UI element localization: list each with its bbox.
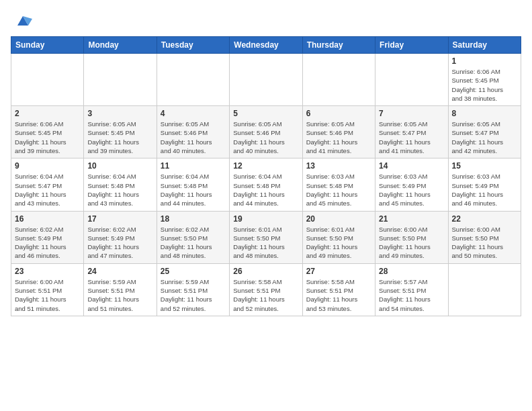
day-info: Sunrise: 6:05 AM Sunset: 5:45 PM Dayligh… <box>87 120 152 155</box>
day-info: Sunrise: 5:58 AM Sunset: 5:51 PM Dayligh… <box>306 277 371 313</box>
day-number: 19 <box>233 214 298 224</box>
day-info: Sunrise: 6:05 AM Sunset: 5:47 PM Dayligh… <box>379 120 444 155</box>
weekday-header-wednesday: Wednesday <box>230 37 302 54</box>
day-number: 1 <box>452 56 517 66</box>
page-header <box>11 11 521 30</box>
day-number: 24 <box>87 267 152 276</box>
weekday-header-saturday: Saturday <box>448 37 521 54</box>
day-info: Sunrise: 5:59 AM Sunset: 5:51 PM Dayligh… <box>161 277 226 313</box>
day-info: Sunrise: 6:03 AM Sunset: 5:48 PM Dayligh… <box>306 172 371 208</box>
weekday-header-tuesday: Tuesday <box>157 37 229 54</box>
calendar-day-cell: 1Sunrise: 6:06 AM Sunset: 5:45 PM Daylig… <box>448 54 521 106</box>
calendar-empty-cell <box>84 54 157 106</box>
calendar-day-cell: 27Sunrise: 5:58 AM Sunset: 5:51 PM Dayli… <box>302 263 375 316</box>
calendar-day-cell: 26Sunrise: 5:58 AM Sunset: 5:51 PM Dayli… <box>230 263 302 316</box>
weekday-header-thursday: Thursday <box>302 37 375 54</box>
calendar-day-cell: 23Sunrise: 6:00 AM Sunset: 5:51 PM Dayli… <box>11 263 84 316</box>
day-number: 15 <box>452 161 517 171</box>
day-number: 4 <box>161 109 226 118</box>
day-number: 2 <box>15 109 80 118</box>
weekday-header-monday: Monday <box>84 37 157 54</box>
calendar-day-cell: 7Sunrise: 6:05 AM Sunset: 5:47 PM Daylig… <box>375 106 448 158</box>
day-number: 18 <box>161 214 226 224</box>
day-number: 11 <box>161 161 226 171</box>
calendar-table: SundayMondayTuesdayWednesdayThursdayFrid… <box>11 36 521 316</box>
day-info: Sunrise: 6:01 AM Sunset: 5:50 PM Dayligh… <box>233 225 298 261</box>
day-number: 8 <box>452 109 517 118</box>
calendar-header-row: SundayMondayTuesdayWednesdayThursdayFrid… <box>11 37 521 54</box>
calendar-day-cell: 12Sunrise: 6:04 AM Sunset: 5:48 PM Dayli… <box>230 158 302 211</box>
day-info: Sunrise: 6:02 AM Sunset: 5:50 PM Dayligh… <box>161 225 226 261</box>
day-info: Sunrise: 6:00 AM Sunset: 5:51 PM Dayligh… <box>15 277 80 313</box>
calendar-day-cell: 15Sunrise: 6:03 AM Sunset: 5:49 PM Dayli… <box>448 158 521 211</box>
day-number: 6 <box>306 109 371 118</box>
logo-icon <box>13 11 32 30</box>
day-info: Sunrise: 6:04 AM Sunset: 5:48 PM Dayligh… <box>233 172 298 208</box>
day-number: 20 <box>306 214 371 224</box>
calendar-day-cell: 10Sunrise: 6:04 AM Sunset: 5:48 PM Dayli… <box>84 158 157 211</box>
day-info: Sunrise: 6:00 AM Sunset: 5:50 PM Dayligh… <box>452 225 517 261</box>
day-number: 10 <box>87 161 152 171</box>
calendar-day-cell: 11Sunrise: 6:04 AM Sunset: 5:48 PM Dayli… <box>157 158 229 211</box>
weekday-header-friday: Friday <box>375 37 448 54</box>
day-number: 27 <box>306 267 371 276</box>
calendar-day-cell: 13Sunrise: 6:03 AM Sunset: 5:48 PM Dayli… <box>302 158 375 211</box>
day-number: 12 <box>233 161 298 171</box>
day-number: 25 <box>161 267 226 276</box>
day-info: Sunrise: 6:00 AM Sunset: 5:50 PM Dayligh… <box>379 225 444 261</box>
calendar-week-row: 9Sunrise: 6:04 AM Sunset: 5:47 PM Daylig… <box>11 158 521 211</box>
calendar-day-cell: 25Sunrise: 5:59 AM Sunset: 5:51 PM Dayli… <box>157 263 229 316</box>
calendar-day-cell: 28Sunrise: 5:57 AM Sunset: 5:51 PM Dayli… <box>375 263 448 316</box>
calendar-day-cell: 21Sunrise: 6:00 AM Sunset: 5:50 PM Dayli… <box>375 211 448 263</box>
calendar-day-cell: 20Sunrise: 6:01 AM Sunset: 5:50 PM Dayli… <box>302 211 375 263</box>
day-number: 16 <box>15 214 80 224</box>
calendar-day-cell: 16Sunrise: 6:02 AM Sunset: 5:49 PM Dayli… <box>11 211 84 263</box>
calendar-empty-cell <box>375 54 448 106</box>
calendar-week-row: 16Sunrise: 6:02 AM Sunset: 5:49 PM Dayli… <box>11 211 521 263</box>
day-info: Sunrise: 5:57 AM Sunset: 5:51 PM Dayligh… <box>379 277 444 313</box>
day-number: 9 <box>15 161 80 171</box>
calendar-day-cell: 19Sunrise: 6:01 AM Sunset: 5:50 PM Dayli… <box>230 211 302 263</box>
day-info: Sunrise: 6:01 AM Sunset: 5:50 PM Dayligh… <box>306 225 371 261</box>
calendar-day-cell: 22Sunrise: 6:00 AM Sunset: 5:50 PM Dayli… <box>448 211 521 263</box>
weekday-header-sunday: Sunday <box>11 37 84 54</box>
calendar-empty-cell <box>230 54 302 106</box>
calendar-day-cell: 24Sunrise: 5:59 AM Sunset: 5:51 PM Dayli… <box>84 263 157 316</box>
day-info: Sunrise: 6:03 AM Sunset: 5:49 PM Dayligh… <box>452 172 517 208</box>
day-info: Sunrise: 6:02 AM Sunset: 5:49 PM Dayligh… <box>87 225 152 261</box>
day-number: 13 <box>306 161 371 171</box>
calendar-week-row: 2Sunrise: 6:06 AM Sunset: 5:45 PM Daylig… <box>11 106 521 158</box>
calendar-day-cell: 18Sunrise: 6:02 AM Sunset: 5:50 PM Dayli… <box>157 211 229 263</box>
calendar-day-cell: 14Sunrise: 6:03 AM Sunset: 5:49 PM Dayli… <box>375 158 448 211</box>
day-info: Sunrise: 6:04 AM Sunset: 5:48 PM Dayligh… <box>161 172 226 208</box>
day-number: 17 <box>87 214 152 224</box>
calendar-day-cell: 4Sunrise: 6:05 AM Sunset: 5:46 PM Daylig… <box>157 106 229 158</box>
day-info: Sunrise: 6:03 AM Sunset: 5:49 PM Dayligh… <box>379 172 444 208</box>
day-number: 3 <box>87 109 152 118</box>
calendar-week-row: 23Sunrise: 6:00 AM Sunset: 5:51 PM Dayli… <box>11 263 521 316</box>
day-info: Sunrise: 6:02 AM Sunset: 5:49 PM Dayligh… <box>15 225 80 261</box>
calendar-day-cell: 5Sunrise: 6:05 AM Sunset: 5:46 PM Daylig… <box>230 106 302 158</box>
day-info: Sunrise: 5:59 AM Sunset: 5:51 PM Dayligh… <box>87 277 152 313</box>
calendar-day-cell: 2Sunrise: 6:06 AM Sunset: 5:45 PM Daylig… <box>11 106 84 158</box>
day-number: 28 <box>379 267 444 276</box>
day-info: Sunrise: 6:05 AM Sunset: 5:47 PM Dayligh… <box>452 120 517 155</box>
day-number: 5 <box>233 109 298 118</box>
day-number: 26 <box>233 267 298 276</box>
logo <box>11 11 32 30</box>
calendar-day-cell: 9Sunrise: 6:04 AM Sunset: 5:47 PM Daylig… <box>11 158 84 211</box>
day-number: 21 <box>379 214 444 224</box>
calendar-day-cell: 8Sunrise: 6:05 AM Sunset: 5:47 PM Daylig… <box>448 106 521 158</box>
day-number: 22 <box>452 214 517 224</box>
day-info: Sunrise: 6:05 AM Sunset: 5:46 PM Dayligh… <box>161 120 226 155</box>
calendar-empty-cell <box>157 54 229 106</box>
day-info: Sunrise: 6:06 AM Sunset: 5:45 PM Dayligh… <box>452 67 517 103</box>
calendar-day-cell: 3Sunrise: 6:05 AM Sunset: 5:45 PM Daylig… <box>84 106 157 158</box>
calendar-empty-cell <box>302 54 375 106</box>
day-number: 23 <box>15 267 80 276</box>
calendar-week-row: 1Sunrise: 6:06 AM Sunset: 5:45 PM Daylig… <box>11 54 521 106</box>
day-info: Sunrise: 6:04 AM Sunset: 5:47 PM Dayligh… <box>15 172 80 208</box>
day-info: Sunrise: 6:05 AM Sunset: 5:46 PM Dayligh… <box>233 120 298 155</box>
calendar-day-cell: 6Sunrise: 6:05 AM Sunset: 5:46 PM Daylig… <box>302 106 375 158</box>
calendar-day-cell: 17Sunrise: 6:02 AM Sunset: 5:49 PM Dayli… <box>84 211 157 263</box>
